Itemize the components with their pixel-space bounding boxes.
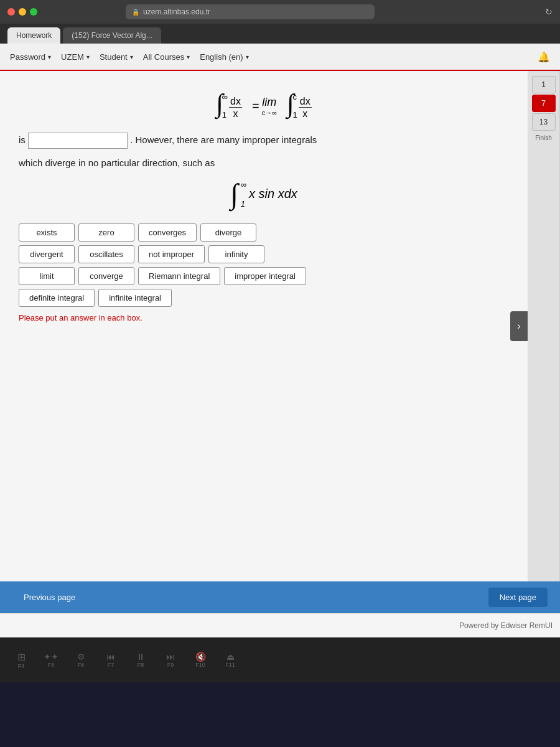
tile-converges[interactable]: converges xyxy=(138,223,197,242)
bounds-right: c 1 xyxy=(293,92,297,120)
tile-exists[interactable]: exists xyxy=(19,223,75,242)
formula-display: ∫ ∞ 1 dx x = lim c→∞ ∫ xyxy=(19,92,509,120)
sidebar-item-1[interactable]: 1 xyxy=(532,76,556,93)
tile-oscillates[interactable]: oscillates xyxy=(78,245,134,263)
paragraph-diverge: which diverge in no particular direction… xyxy=(19,155,509,171)
tab-homework[interactable]: Homework xyxy=(7,27,60,44)
nav-english[interactable]: English (en) ▾ xyxy=(200,52,248,62)
warning-text: Please put an answer in each box. xyxy=(19,313,509,322)
lower-bound-right: 1 xyxy=(293,110,297,120)
lim-text: lim xyxy=(262,96,276,109)
paragraph2-text: which diverge in no particular direction… xyxy=(19,157,215,168)
kb-f9: ⏭ F9 xyxy=(159,652,182,668)
chevron-down-icon: ▾ xyxy=(86,54,90,60)
x-sin-xdx-text: x sin xdx xyxy=(249,187,297,201)
nav-password[interactable]: Password ▾ xyxy=(10,52,51,62)
lower-bound-large: 1 xyxy=(241,199,246,209)
tab-youtube-label: (152) Force Vector Alg... xyxy=(72,31,152,40)
denominator-right: x xyxy=(301,108,309,120)
right-integral: ∫ c 1 dx x xyxy=(287,92,312,120)
lower-bound-left: 1 xyxy=(222,110,228,120)
upper-bound-large: ∞ xyxy=(241,180,246,189)
tab-bar: Homework (152) Force Vector Alg... xyxy=(0,24,560,44)
tile-infinity[interactable]: infinity xyxy=(208,245,264,263)
tiles-row-4: definite integral infinite integral xyxy=(19,289,509,307)
footer: Powered by Edwiser RemUI xyxy=(0,613,560,637)
maximize-window-button[interactable] xyxy=(30,8,37,16)
tab-homework-label: Homework xyxy=(16,31,52,40)
tiles-row-2: divergent oscillates not improper infini… xyxy=(19,245,509,263)
nav-bar: Password ▾ UZEM ▾ Student ▾ All Courses … xyxy=(0,44,560,71)
is-label: is xyxy=(19,134,26,145)
tile-infinite-integral[interactable]: infinite integral xyxy=(98,289,172,307)
kb-f7: ⏮ F7 xyxy=(100,652,122,668)
chevron-right-button[interactable]: › xyxy=(510,311,528,341)
nav-student[interactable]: Student ▾ xyxy=(100,52,133,62)
lock-icon: 🔒 xyxy=(132,9,139,16)
kb-f5: ✦✦ F5 xyxy=(40,652,62,668)
kb-f4: ⊞ F4 xyxy=(10,651,32,669)
browser-chrome: 🔒 uzem.altinbas.edu.tr ↻ xyxy=(0,0,560,24)
main-content: ∫ ∞ 1 dx x = lim c→∞ ∫ xyxy=(0,71,560,581)
window-controls xyxy=(7,8,37,16)
tiles-container: exists zero converges diverge divergent … xyxy=(19,223,509,307)
url-text: uzem.altinbas.edu.tr xyxy=(143,7,210,16)
kb-f6: ⚙ F6 xyxy=(70,652,92,668)
sidebar-finish-button[interactable]: Finish xyxy=(534,132,553,144)
sidebar: 1 7 13 Finish xyxy=(528,71,560,581)
paragraph-is: is . However, there are many improper in… xyxy=(19,132,509,149)
tile-improper-integral[interactable]: improper integral xyxy=(224,267,306,285)
tile-not-improper[interactable]: not improper xyxy=(138,245,205,263)
numerator-right: dx xyxy=(299,96,312,108)
reload-icon[interactable]: ↻ xyxy=(545,7,553,17)
integral-sign-large: ∫ xyxy=(230,181,238,207)
tile-diverge[interactable]: diverge xyxy=(200,223,256,242)
tile-limit[interactable]: limit xyxy=(19,267,75,285)
tile-divergent[interactable]: divergent xyxy=(19,245,75,263)
equals-sign: = xyxy=(252,99,259,113)
equals-lim: = lim c→∞ xyxy=(252,96,277,116)
previous-page-button[interactable]: Previous page xyxy=(12,588,86,607)
chevron-down-icon: ▾ xyxy=(48,54,51,60)
paragraph1-text: . However, there are many improper integ… xyxy=(130,134,317,145)
minimize-window-button[interactable] xyxy=(19,8,26,16)
nav-all-courses[interactable]: All Courses ▾ xyxy=(143,52,190,62)
tile-zero[interactable]: zero xyxy=(78,223,134,242)
fraction-dx-x: dx x xyxy=(229,96,242,120)
close-window-button[interactable] xyxy=(7,8,15,16)
powered-by-text: Powered by Edwiser RemUI xyxy=(459,621,553,630)
nav-uzem[interactable]: UZEM ▾ xyxy=(61,52,90,62)
bottom-bar: Previous page Next page xyxy=(0,581,560,613)
next-page-button[interactable]: Next page xyxy=(488,588,548,607)
lim-subscript: c→∞ xyxy=(262,109,277,116)
bounds-left: ∞ 1 xyxy=(222,92,228,120)
upper-bound-left: ∞ xyxy=(222,92,228,101)
tile-riemann-integral[interactable]: Riemann integral xyxy=(138,267,220,285)
upper-bound-right: c xyxy=(293,92,297,101)
keyboard-bar: ⊞ F4 ✦✦ F5 ⚙ F6 ⏮ F7 ⏸ F8 ⏭ F9 🔇 F10 ⏏ F… xyxy=(0,637,560,682)
tile-definite-integral[interactable]: definite integral xyxy=(19,289,95,307)
tiles-row-1: exists zero converges diverge xyxy=(19,223,509,242)
lim-block: lim c→∞ xyxy=(262,96,277,116)
x-sin-xdx-integral: ∫ ∞ 1 x sin xdx xyxy=(19,180,509,209)
bounds-large: ∞ 1 xyxy=(241,180,246,209)
bell-icon[interactable]: 🔔 xyxy=(538,51,550,63)
left-integral: ∫ ∞ 1 dx x xyxy=(216,92,242,120)
address-bar[interactable]: 🔒 uzem.altinbas.edu.tr xyxy=(126,4,375,19)
sidebar-item-13[interactable]: 13 xyxy=(532,113,556,131)
tiles-row-3: limit converge Riemann integral improper… xyxy=(19,267,509,285)
numerator: dx xyxy=(229,96,242,108)
tile-converge[interactable]: converge xyxy=(78,267,134,285)
chevron-down-icon: ▾ xyxy=(187,54,190,60)
kb-f8: ⏸ F8 xyxy=(129,652,152,668)
chevron-down-icon: ▾ xyxy=(130,54,133,60)
blank-input-is[interactable] xyxy=(28,133,128,149)
sidebar-item-7[interactable]: 7 xyxy=(532,95,556,112)
fraction-dx-x-right: dx x xyxy=(299,96,312,120)
kb-f10: 🔇 F10 xyxy=(189,652,212,668)
tab-youtube[interactable]: (152) Force Vector Alg... xyxy=(63,27,161,44)
chevron-down-icon: ▾ xyxy=(246,54,249,60)
kb-f11: ⏏ F11 xyxy=(219,652,241,668)
quiz-area: ∫ ∞ 1 dx x = lim c→∞ ∫ xyxy=(0,71,528,581)
denominator: x xyxy=(232,108,240,120)
